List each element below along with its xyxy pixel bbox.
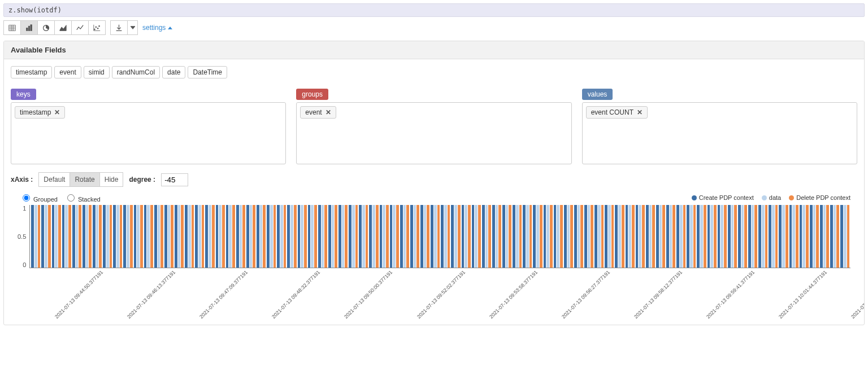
bar [113,205,116,268]
area-chart-icon[interactable] [55,20,72,35]
grouped-radio[interactable]: Grouped [20,193,58,203]
settings-toggle[interactable]: settings [142,24,172,32]
bar-group [308,205,317,268]
close-icon[interactable]: ✕ [637,108,643,116]
field-tag[interactable]: simid [84,66,110,78]
xaxis-rotate-button[interactable]: Rotate [70,172,99,187]
bar [332,205,335,268]
pie-chart-icon[interactable] [38,20,55,35]
download-caret-icon[interactable] [128,20,138,35]
degree-input[interactable] [161,173,188,186]
svg-point-10 [96,26,97,27]
settings-label: settings [142,24,166,32]
download-group [110,20,138,35]
keys-dropzone[interactable]: timestamp✕ [11,102,286,164]
svg-point-11 [97,28,98,29]
bar [810,205,813,268]
legend-item[interactable]: Create PDP context [692,194,754,201]
bar-chart-icon[interactable] [21,20,38,35]
zone-tag[interactable]: event COUNT✕ [586,106,648,119]
field-tag[interactable]: DateTime [188,66,227,78]
chart-area: Grouped Stacked Create PDP contextdataDe… [11,191,857,319]
field-tag[interactable]: date [162,66,185,78]
bar-group [462,205,471,268]
bar [488,205,491,268]
bar [431,205,433,268]
download-icon[interactable] [110,20,128,35]
zone-tag[interactable]: event✕ [300,106,336,119]
bar [89,205,92,268]
scatter-chart-icon[interactable] [89,20,106,35]
line-chart-icon[interactable] [72,20,89,35]
bar [820,205,823,268]
x-tick-label: 2021-07-13 09:47:09.377191 [198,269,281,325]
x-tick-label: 2021-07-13 09:53:58.377191 [488,269,571,325]
bar-group [390,205,399,268]
xaxis-hide-button[interactable]: Hide [100,172,124,187]
bar [355,205,358,268]
keys-label: keys [11,89,36,100]
groups-dropzone[interactable]: event✕ [296,102,571,164]
bar [840,205,843,268]
bar [598,205,601,268]
bar [710,205,713,268]
field-tag[interactable]: randNumCol [112,66,160,78]
bar [308,205,311,268]
bar [806,205,809,268]
bar [708,205,710,268]
x-tick-label: 2021-07-13 09:52:02.377191 [416,269,498,325]
close-icon[interactable]: ✕ [54,108,60,116]
bar [96,205,99,268]
bar [611,205,614,268]
bar [704,205,706,268]
xaxis-label: xAxis : [11,176,33,184]
svg-rect-0 [9,25,15,30]
field-tag[interactable]: event [54,66,81,78]
stacked-radio[interactable]: Stacked [64,193,101,203]
values-dropzone[interactable]: event COUNT✕ [582,102,857,164]
xaxis-default-button[interactable]: Default [38,172,70,187]
bar-group [338,205,348,268]
bar-group [257,205,266,268]
legend-item[interactable]: data [762,194,781,201]
bar-group [502,205,511,268]
bar [416,205,419,268]
bar-group [431,205,440,268]
bar [137,205,140,268]
bar [79,205,81,268]
available-fields-row: timestampeventsimidrandNumColdateDateTim… [11,65,857,80]
bar [536,205,539,268]
bar [540,205,542,268]
bar-group [738,205,747,268]
bar [666,205,669,268]
bar [178,205,181,268]
bar [782,205,785,268]
bar [578,205,580,268]
bar [475,205,478,268]
zone-tag[interactable]: timestamp✕ [15,106,65,119]
bar [591,205,593,268]
bar [492,205,495,268]
bar [328,205,331,268]
bar [150,205,153,268]
legend-item[interactable]: Delete PDP context [789,194,850,201]
bar [106,205,109,268]
bar-group [626,205,635,268]
svg-point-12 [99,25,100,27]
svg-rect-6 [28,26,29,30]
close-icon[interactable]: ✕ [326,108,331,116]
bar-group [195,205,204,268]
bar [345,205,348,268]
bar-group [205,205,214,268]
field-tag[interactable]: timestamp [11,66,52,78]
svg-rect-5 [27,28,28,30]
bar [181,205,184,268]
bar [744,205,747,268]
table-icon[interactable] [3,20,21,35]
bar [826,205,829,268]
bar [530,205,532,268]
legend-dot-icon [789,195,794,200]
bar [427,205,429,268]
bar [584,205,587,268]
bar-group [93,205,102,268]
